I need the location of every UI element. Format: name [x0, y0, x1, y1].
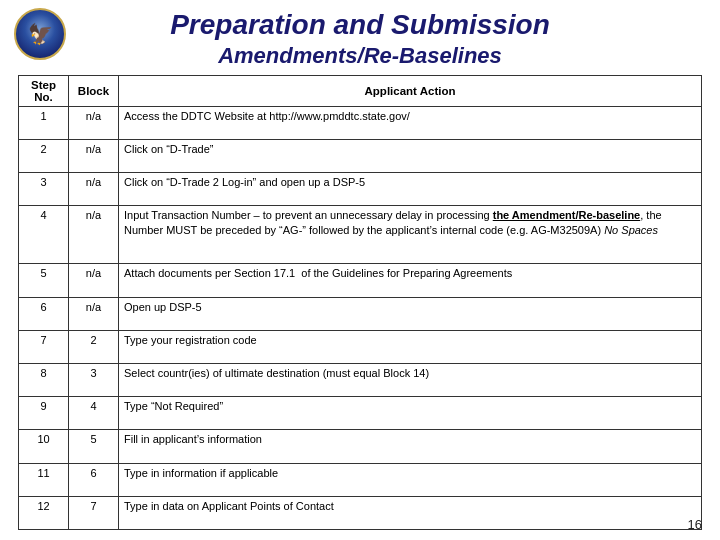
table-row: 72Type your registration code [19, 330, 702, 363]
cell-step: 11 [19, 463, 69, 496]
cell-action: Type “Not Required” [119, 397, 702, 430]
cell-step: 4 [19, 206, 69, 264]
page-title: Preparation and Submission [18, 10, 702, 41]
logo: 🦅 [14, 8, 66, 60]
cell-block: 6 [69, 463, 119, 496]
cell-block: n/a [69, 297, 119, 330]
cell-step: 8 [19, 363, 69, 396]
table-row: 6n/aOpen up DSP-5 [19, 297, 702, 330]
table-row: 127Type in data on Applicant Points of C… [19, 496, 702, 529]
page-number: 16 [688, 517, 702, 532]
cell-action: Attach documents per Section 17.1 of the… [119, 264, 702, 297]
cell-block: 4 [69, 397, 119, 430]
cell-action: Select countr(ies) of ultimate destinati… [119, 363, 702, 396]
cell-block: n/a [69, 206, 119, 264]
cell-block: n/a [69, 173, 119, 206]
table-row: 3n/aClick on “D-Trade 2 Log-in” and open… [19, 173, 702, 206]
cell-block: n/a [69, 106, 119, 139]
cell-action: Access the DDTC Website at http://www.pm… [119, 106, 702, 139]
page-subtitle: Amendments/Re-Baselines [18, 43, 702, 69]
col-header-block: Block [69, 75, 119, 106]
cell-block: n/a [69, 139, 119, 172]
cell-action: Type your registration code [119, 330, 702, 363]
table-row: 2n/aClick on “D-Trade” [19, 139, 702, 172]
table-row: 83Select countr(ies) of ultimate destina… [19, 363, 702, 396]
cell-step: 5 [19, 264, 69, 297]
cell-step: 9 [19, 397, 69, 430]
cell-action: Input Transaction Number – to prevent an… [119, 206, 702, 264]
cell-block: 5 [69, 430, 119, 463]
page-container: Preparation and Submission Amendments/Re… [0, 0, 720, 540]
cell-action: Type in information if applicable [119, 463, 702, 496]
cell-block: 7 [69, 496, 119, 529]
cell-action: Click on “D-Trade 2 Log-in” and open up … [119, 173, 702, 206]
logo-icon: 🦅 [28, 22, 53, 46]
cell-action: Open up DSP-5 [119, 297, 702, 330]
table-row: 5n/aAttach documents per Section 17.1 of… [19, 264, 702, 297]
table-row: 94Type “Not Required” [19, 397, 702, 430]
cell-step: 6 [19, 297, 69, 330]
cell-step: 12 [19, 496, 69, 529]
cell-block: 3 [69, 363, 119, 396]
table-row: 116Type in information if applicable [19, 463, 702, 496]
cell-step: 3 [19, 173, 69, 206]
cell-step: 7 [19, 330, 69, 363]
cell-step: 1 [19, 106, 69, 139]
cell-step: 10 [19, 430, 69, 463]
col-header-action: Applicant Action [119, 75, 702, 106]
cell-block: 2 [69, 330, 119, 363]
table-row: 105Fill in applicant’s information [19, 430, 702, 463]
cell-action: Type in data on Applicant Points of Cont… [119, 496, 702, 529]
col-header-step: StepNo. [19, 75, 69, 106]
cell-action: Click on “D-Trade” [119, 139, 702, 172]
table-row: 1n/aAccess the DDTC Website at http://ww… [19, 106, 702, 139]
main-table: StepNo. Block Applicant Action 1n/aAcces… [18, 75, 702, 530]
cell-action: Fill in applicant’s information [119, 430, 702, 463]
table-row: 4n/aInput Transaction Number – to preven… [19, 206, 702, 264]
cell-block: n/a [69, 264, 119, 297]
cell-step: 2 [19, 139, 69, 172]
